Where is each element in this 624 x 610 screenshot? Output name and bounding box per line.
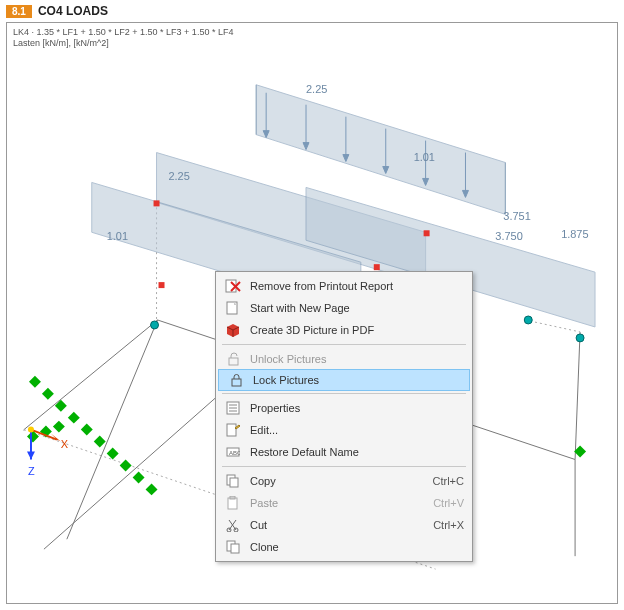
lock-icon — [227, 372, 245, 388]
menu-item-label: Cut — [250, 519, 433, 531]
menu-restore-default-name[interactable]: ABC Restore Default Name — [216, 441, 472, 463]
svg-marker-44 — [27, 452, 35, 460]
context-menu: Remove from Printout Report Start with N… — [215, 271, 473, 562]
svg-marker-30 — [68, 412, 80, 424]
page-title: CO4 LOADS — [38, 4, 108, 18]
axis-z-label: Z — [28, 465, 35, 477]
svg-rect-70 — [231, 544, 239, 553]
menu-clone[interactable]: Clone — [216, 536, 472, 558]
viewport-frame: LK4 · 1.35 * LF1 + 1.50 * LF2 + 1.50 * L… — [6, 22, 618, 604]
svg-line-1 — [575, 332, 580, 460]
axis-x-label: X — [61, 438, 69, 450]
cut-icon — [224, 517, 242, 533]
menu-remove-from-report[interactable]: Remove from Printout Report — [216, 275, 472, 297]
svg-rect-22 — [374, 264, 380, 270]
menu-item-label: Edit... — [250, 424, 464, 436]
svg-marker-32 — [94, 436, 106, 448]
svg-rect-20 — [154, 200, 160, 206]
menu-separator — [222, 393, 466, 394]
svg-marker-35 — [133, 471, 145, 483]
menu-item-label: Lock Pictures — [253, 374, 461, 386]
remove-report-icon — [224, 278, 242, 294]
menu-properties[interactable]: Properties — [216, 397, 472, 419]
cube-3d-icon — [224, 322, 242, 338]
context-menu-list: Remove from Printout Report Start with N… — [216, 272, 472, 561]
properties-icon — [224, 400, 242, 416]
menu-item-label: Remove from Printout Report — [250, 280, 464, 292]
menu-unlock-pictures: Unlock Pictures — [216, 348, 472, 370]
edit-icon — [224, 422, 242, 438]
menu-copy[interactable]: Copy Ctrl+C — [216, 470, 472, 492]
paste-icon — [224, 495, 242, 511]
dim-label: 1.01 — [414, 151, 435, 163]
menu-item-label: Clone — [250, 541, 464, 553]
svg-marker-36 — [146, 483, 158, 495]
svg-marker-28 — [42, 388, 54, 400]
svg-point-45 — [28, 427, 34, 433]
svg-rect-62 — [230, 478, 238, 487]
menu-item-shortcut: Ctrl+V — [433, 497, 464, 509]
menu-item-label: Restore Default Name — [250, 446, 464, 458]
svg-marker-27 — [29, 376, 41, 388]
menu-item-label: Properties — [250, 402, 464, 414]
svg-rect-58 — [227, 424, 236, 436]
menu-lock-pictures[interactable]: Lock Pictures — [218, 369, 470, 391]
menu-separator — [222, 466, 466, 467]
svg-point-24 — [524, 316, 532, 324]
menu-item-label: Start with New Page — [250, 302, 464, 314]
menu-edit[interactable]: Edit... — [216, 419, 472, 441]
copy-icon — [224, 473, 242, 489]
svg-rect-52 — [229, 358, 238, 365]
menu-paste: Paste Ctrl+V — [216, 492, 472, 514]
restore-name-icon: ABC — [224, 444, 242, 460]
svg-rect-23 — [424, 230, 430, 236]
menu-item-label: Create 3D Picture in PDF — [250, 324, 464, 336]
new-page-icon — [224, 300, 242, 316]
dim-label: 3.751 — [503, 210, 530, 222]
svg-text:ABC: ABC — [229, 450, 240, 456]
svg-marker-29 — [55, 400, 67, 412]
menu-start-new-page[interactable]: Start with New Page — [216, 297, 472, 319]
unlock-icon — [224, 351, 242, 367]
svg-marker-39 — [53, 421, 65, 433]
menu-separator — [222, 344, 466, 345]
menu-create-3d-pdf[interactable]: Create 3D Picture in PDF — [216, 319, 472, 341]
menu-item-shortcut: Ctrl+X — [433, 519, 464, 531]
svg-point-25 — [576, 334, 584, 342]
svg-point-26 — [151, 321, 159, 329]
menu-item-label: Unlock Pictures — [250, 353, 464, 365]
svg-rect-63 — [228, 498, 237, 509]
dim-label: 1.875 — [561, 228, 588, 240]
svg-marker-34 — [120, 459, 132, 471]
dim-label: 2.25 — [306, 83, 327, 95]
dim-label: 1.01 — [107, 230, 128, 242]
section-badge: 8.1 — [6, 5, 32, 18]
menu-item-label: Copy — [250, 475, 433, 487]
dim-label: 3.750 — [495, 230, 522, 242]
clone-icon — [224, 539, 242, 555]
svg-marker-33 — [107, 448, 119, 460]
menu-item-label: Paste — [250, 497, 433, 509]
svg-rect-64 — [230, 496, 235, 499]
menu-item-shortcut: Ctrl+C — [433, 475, 464, 487]
dim-label: 2.25 — [168, 170, 189, 182]
svg-rect-21 — [159, 282, 165, 288]
title-bar: 8.1 CO4 LOADS — [0, 0, 624, 22]
svg-rect-53 — [232, 379, 241, 386]
menu-cut[interactable]: Cut Ctrl+X — [216, 514, 472, 536]
svg-marker-31 — [81, 424, 93, 436]
